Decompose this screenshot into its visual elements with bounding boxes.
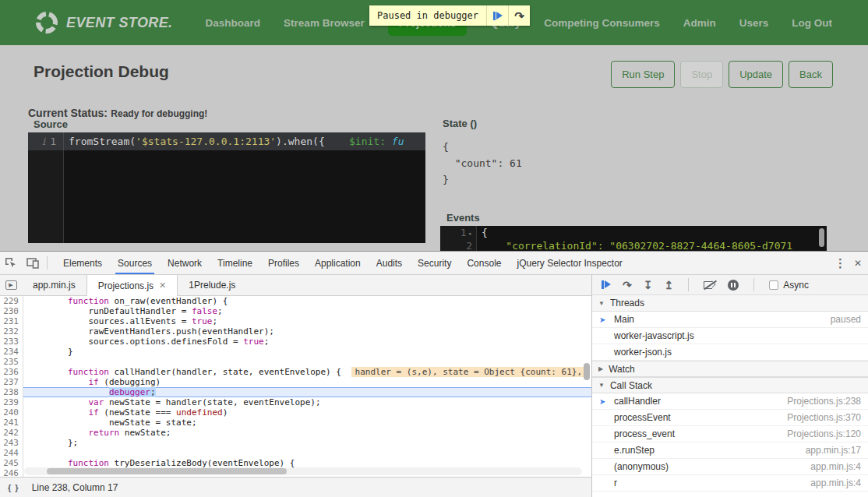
eventstore-logo[interactable]: EVENT STORE. (34, 10, 173, 35)
line-number[interactable]: 234 (0, 347, 23, 357)
events-line-number: 1▾ (440, 226, 477, 239)
stack-frame-r[interactable]: rapp.min.js:4 (592, 475, 868, 492)
devtools-close-button[interactable]: ✕ (854, 258, 862, 269)
code-line-239[interactable]: 239 var newState = handler(state, eventE… (0, 397, 591, 407)
step-over-button[interactable]: ↷ (623, 280, 632, 291)
deactivate-breakpoints-button[interactable] (704, 280, 716, 290)
watch-section-header[interactable]: ▶ Watch (592, 361, 868, 377)
nav-item-admin[interactable]: Admin (683, 17, 716, 29)
source-code-editor[interactable]: i1 fromStream('$stats-127.0.0.1:2113').w… (28, 132, 425, 243)
stack-frame-anonymous[interactable]: (anonymous)app.min.js:4 (592, 459, 868, 475)
line-number[interactable]: 232 (0, 326, 23, 337)
code-line-231[interactable]: 231 sources.allEvents = true; (0, 316, 591, 326)
stack-frame-e-runstep[interactable]: e.runStepapp.min.js:17 (592, 442, 868, 459)
line-number[interactable]: 245 (0, 458, 23, 468)
code-line-233[interactable]: 233 sources.options.definesFold = true; (0, 337, 591, 347)
code-line-240[interactable]: 240 if (newState === undefined) (0, 407, 591, 418)
code-line-241[interactable]: 241 newState = state; (0, 418, 591, 428)
inspect-element-button[interactable] (0, 253, 22, 273)
events-line-text: { (477, 226, 488, 239)
code-line-236[interactable]: 236 function callHandler(handler, state,… (0, 367, 591, 377)
code-line-244[interactable]: 244 (0, 448, 591, 458)
line-number[interactable]: 238 (0, 387, 23, 397)
close-tab-icon[interactable]: ✕ (159, 280, 166, 291)
devtools-tab-audits[interactable]: Audits (369, 252, 410, 274)
devtools-tab-elements[interactable]: Elements (55, 252, 110, 274)
line-number[interactable]: 243 (0, 438, 23, 448)
stack-frame-processevent[interactable]: processEventProjections.js:370 (592, 410, 868, 426)
source-line-1: i1 fromStream('$stats-127.0.0.1:2113').w… (28, 132, 425, 150)
line-number[interactable]: 246 (0, 468, 23, 477)
line-number[interactable]: 239 (0, 397, 23, 407)
devtools-tab-network[interactable]: Network (160, 252, 210, 274)
thread-row-main[interactable]: ➤Mainpaused (592, 312, 868, 328)
device-toolbar-button[interactable] (22, 253, 44, 273)
line-number[interactable]: 231 (0, 316, 23, 326)
thread-row-worker-javascript-js[interactable]: worker-javascript.js (592, 328, 868, 344)
code-line-232[interactable]: 232 rawEventHandlers.push(eventHandler); (0, 326, 591, 337)
code-line-229[interactable]: 229 function on_raw(eventHandler) { (0, 296, 591, 306)
nav-item-log-out[interactable]: Log Out (792, 17, 832, 29)
resume-script-execution-button[interactable] (602, 278, 611, 292)
code-vertical-scrollbar-thumb[interactable] (584, 363, 590, 380)
line-number[interactable]: 237 (0, 377, 23, 387)
code-text: return newState; (23, 428, 591, 438)
file-tab-1prelude-js[interactable]: 1Prelude.js (178, 275, 246, 295)
devtools-tab-jquery-selector-inspector[interactable]: jQuery Selector Inspector (509, 252, 630, 274)
code-line-238[interactable]: 238 debugger; (0, 387, 591, 397)
async-checkbox[interactable] (769, 280, 778, 290)
code-text: function callHandler(handler, state, eve… (23, 367, 591, 377)
devtools-toolbar: ElementsSourcesNetworkTimelineProfilesAp… (0, 252, 868, 275)
step-out-button[interactable]: ↥ (664, 280, 673, 291)
devtools-tab-console[interactable]: Console (459, 252, 509, 274)
line-number[interactable]: 241 (0, 418, 23, 428)
devtools-menu-button[interactable]: ⋮ (834, 256, 846, 270)
threads-section-header[interactable]: ▼ Threads (592, 295, 868, 312)
code-line-242[interactable]: 242 return newState; (0, 428, 591, 438)
run-step-button[interactable]: Run Step (611, 61, 675, 88)
code-line-237[interactable]: 237 if (debugging) (0, 377, 591, 387)
devtools-tab-timeline[interactable]: Timeline (210, 252, 260, 274)
line-number[interactable]: 229 (0, 296, 23, 306)
update-button[interactable]: Update (729, 61, 783, 88)
line-number[interactable]: 242 (0, 428, 23, 438)
show-navigator-button[interactable]: ▶ (0, 275, 22, 295)
line-number[interactable]: 240 (0, 407, 23, 418)
file-tab-projections-js[interactable]: Projections.js✕ (86, 275, 178, 296)
back-button[interactable]: Back (789, 61, 833, 88)
line-number[interactable]: 236 (0, 367, 23, 377)
events-editor[interactable]: 1▾{2 "correlationId": "06302702-8827-446… (440, 226, 827, 251)
pause-on-exceptions-button[interactable] (728, 280, 739, 291)
code-horizontal-scrollbar-thumb[interactable] (47, 468, 287, 474)
line-number[interactable]: 235 (0, 357, 23, 367)
stack-frame-callhandler[interactable]: ➤callHandlerProjections.js:238 (592, 393, 868, 410)
devtools-tab-security[interactable]: Security (410, 252, 459, 274)
stack-frame-process-event[interactable]: process_eventProjections.js:120 (592, 426, 868, 442)
code-line-243[interactable]: 243 }; (0, 438, 591, 448)
devtools-tab-sources[interactable]: Sources (110, 252, 160, 274)
nav-item-users[interactable]: Users (739, 17, 769, 29)
line-number[interactable]: 230 (0, 306, 23, 316)
line-number[interactable]: 244 (0, 448, 23, 458)
code-editor[interactable]: 229 function on_raw(eventHandler) {230 r… (0, 296, 591, 477)
pretty-print-icon[interactable]: { } (8, 483, 19, 492)
events-scrollbar-thumb[interactable] (819, 228, 824, 247)
call-stack-section-header[interactable]: ▼ Call Stack (592, 377, 868, 393)
code-text (23, 448, 591, 458)
code-text: var newState = handler(state, eventEnvel… (23, 397, 591, 407)
code-line-230[interactable]: 230 runDefaultHandler = false; (0, 306, 591, 316)
devtools-tab-profiles[interactable]: Profiles (260, 252, 307, 274)
file-tab-app-min-js[interactable]: app.min.js (22, 275, 86, 295)
line-number[interactable]: 233 (0, 337, 23, 347)
nav-item-competing-consumers[interactable]: Competing Consumers (544, 17, 660, 29)
step-over-button[interactable]: ↷ (508, 5, 530, 26)
resume-script-button[interactable] (486, 5, 508, 26)
code-line-234[interactable]: 234 } (0, 347, 591, 357)
nav-item-stream-browser[interactable]: Stream Browser (284, 17, 365, 29)
step-into-button[interactable]: ↧ (644, 280, 653, 291)
nav-item-dashboard[interactable]: Dashboard (206, 17, 261, 29)
current-thread-arrow-icon: ➤ (599, 315, 614, 324)
devtools-tab-application[interactable]: Application (307, 252, 369, 274)
thread-row-worker-json-js[interactable]: worker-json.js (592, 344, 868, 361)
code-line-235[interactable]: 235 (0, 357, 591, 367)
